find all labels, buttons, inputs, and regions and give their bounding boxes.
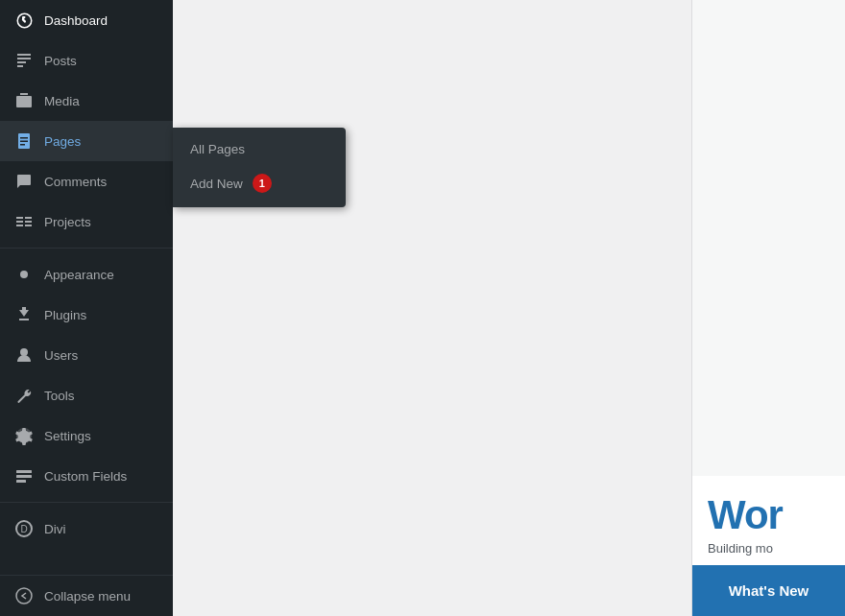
- svg-point-10: [20, 271, 28, 278]
- tools-icon: [13, 385, 35, 406]
- sidebar-item-appearance[interactable]: Appearance: [0, 254, 173, 295]
- whats-new-button[interactable]: What's New: [692, 565, 845, 616]
- submenu-add-new-label: Add New: [190, 177, 243, 191]
- wordpress-title: Wor: [708, 495, 830, 535]
- sidebar-item-users[interactable]: Users: [0, 335, 173, 375]
- sidebar-item-settings-label: Settings: [44, 429, 91, 443]
- sidebar-item-appearance-label: Appearance: [44, 268, 114, 282]
- dashboard-icon: [13, 10, 35, 31]
- svg-text:D: D: [20, 524, 27, 534]
- sidebar-item-projects-label: Projects: [44, 215, 91, 229]
- sidebar-item-media[interactable]: Media: [0, 81, 173, 121]
- sidebar-item-pages-label: Pages: [44, 134, 81, 149]
- sidebar-item-settings[interactable]: Settings: [0, 415, 173, 456]
- sidebar-item-plugins[interactable]: Plugins: [0, 295, 173, 335]
- submenu-add-new[interactable]: Add New 1: [173, 165, 346, 201]
- add-new-badge: 1: [253, 174, 272, 193]
- svg-rect-13: [16, 470, 32, 473]
- svg-rect-8: [20, 141, 28, 143]
- sidebar-item-custom-fields[interactable]: Custom Fields: [0, 456, 173, 496]
- wordpress-subtitle: Building mo: [708, 541, 830, 556]
- pages-submenu: All Pages Add New 1: [173, 128, 346, 207]
- settings-icon: [13, 425, 35, 446]
- appearance-icon: [13, 264, 35, 285]
- sidebar-item-posts[interactable]: Posts: [0, 40, 173, 81]
- svg-rect-1: [17, 54, 31, 56]
- main-content: [173, 0, 691, 616]
- projects-icon: [13, 211, 35, 232]
- svg-point-0: [24, 20, 26, 22]
- submenu-all-pages-label: All Pages: [190, 142, 245, 156]
- sidebar-item-posts-label: Posts: [44, 54, 77, 68]
- sidebar-item-divi-label: Divi: [44, 522, 66, 536]
- collapse-menu-label: Collapse menu: [44, 589, 131, 604]
- svg-rect-9: [20, 144, 25, 146]
- posts-icon: [13, 50, 35, 71]
- plugins-icon: [13, 304, 35, 325]
- sidebar-item-custom-fields-label: Custom Fields: [44, 469, 127, 484]
- svg-rect-4: [17, 65, 23, 67]
- pages-icon: [13, 130, 35, 152]
- sidebar-item-comments[interactable]: Comments: [0, 161, 173, 201]
- svg-rect-7: [20, 137, 28, 139]
- sidebar-item-tools[interactable]: Tools: [0, 375, 173, 415]
- svg-rect-2: [17, 58, 31, 59]
- media-icon: [13, 90, 35, 111]
- sidebar-divider-2: [0, 502, 173, 503]
- custom-fields-icon: [13, 465, 35, 486]
- svg-point-11: [20, 348, 28, 356]
- sidebar-item-projects[interactable]: Projects: [0, 201, 173, 242]
- sidebar-divider-1: [0, 248, 173, 249]
- sidebar-item-users-label: Users: [44, 348, 78, 363]
- collapse-icon: [13, 585, 35, 606]
- wordpress-promo: Wor Building mo: [692, 476, 845, 565]
- svg-rect-15: [16, 480, 26, 483]
- submenu-all-pages[interactable]: All Pages: [173, 133, 346, 165]
- users-icon: [13, 344, 35, 366]
- right-panel-top: [692, 0, 845, 476]
- sidebar-item-pages[interactable]: Pages: [0, 121, 173, 161]
- sidebar: Dashboard Posts Media Pages Comments Pro…: [0, 0, 173, 616]
- sidebar-item-divi[interactable]: D Divi: [0, 509, 173, 549]
- svg-point-18: [16, 588, 32, 604]
- svg-rect-3: [17, 61, 26, 63]
- sidebar-item-media-label: Media: [44, 94, 80, 108]
- sidebar-item-dashboard[interactable]: Dashboard: [0, 0, 173, 40]
- collapse-menu-item[interactable]: Collapse menu: [0, 575, 173, 616]
- right-panel: Wor Building mo What's New: [691, 0, 845, 616]
- divi-icon: D: [13, 518, 35, 539]
- sidebar-item-dashboard-label: Dashboard: [44, 13, 108, 28]
- sidebar-item-comments-label: Comments: [44, 175, 107, 189]
- svg-rect-14: [16, 475, 32, 478]
- sidebar-item-plugins-label: Plugins: [44, 308, 86, 322]
- comments-icon: [13, 171, 35, 192]
- sidebar-item-tools-label: Tools: [44, 389, 75, 403]
